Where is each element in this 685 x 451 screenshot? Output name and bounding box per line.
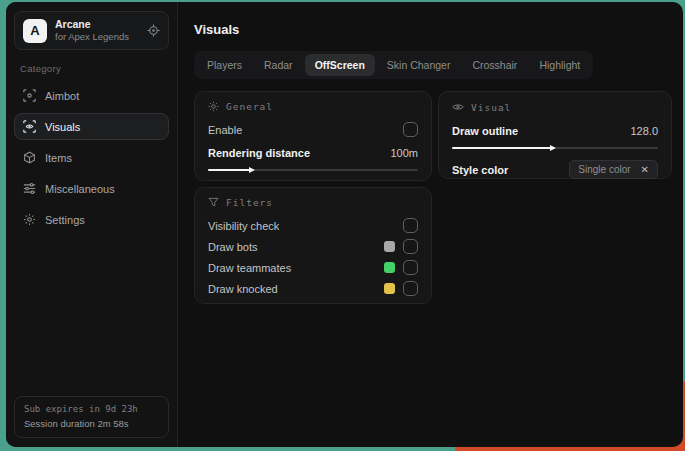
sidebar-item-label: Settings [45,214,85,226]
rendering-distance-slider[interactable] [208,165,418,175]
eye-icon [452,101,464,113]
sidebar-item-label: Aimbot [45,90,79,102]
tab-skin-changer[interactable]: Skin Changer [377,54,461,76]
visibility-check-checkbox[interactable] [403,218,418,233]
box-icon [23,151,36,164]
clear-icon[interactable]: ✕ [641,165,649,175]
app-logo: A [23,19,47,43]
draw-outline-slider[interactable] [452,143,658,153]
tab-crosshair[interactable]: Crosshair [462,54,527,76]
tab-bar: Players Radar OffScreen Skin Changer Cro… [194,51,593,79]
crosshair-icon[interactable] [147,24,160,37]
sliders-icon [23,182,36,195]
style-color-label: Style color [452,164,569,176]
style-color-value: Single color [578,164,630,175]
enable-row: Enable [208,119,418,140]
app-meta: Arcane for Apex Legends [55,18,139,43]
subscription-info-card: Sub expires in 9d 23h Session duration 2… [14,396,169,438]
app-window: A Arcane for Apex Legends Category [6,2,683,447]
app-name: Arcane [55,18,139,31]
filters-panel: Filters Visibility check Draw bots Draw … [194,187,432,304]
gear-icon [23,213,36,226]
draw-knocked-checkbox[interactable] [403,281,418,296]
filter-label: Draw knocked [208,283,384,295]
general-panel-header: General [208,101,418,112]
app-subtitle: for Apex Legends [55,31,139,43]
draw-outline-label: Draw outline [452,125,630,137]
filter-label: Visibility check [208,220,403,232]
rendering-distance-value: 100m [390,147,418,159]
category-label: Category [20,63,163,74]
draw-bots-color-swatch[interactable] [384,241,395,252]
slider-fill [208,169,250,171]
app-header-card: A Arcane for Apex Legends [14,11,169,50]
slider-fill [452,147,551,149]
tab-offscreen[interactable]: OffScreen [305,54,375,76]
rendering-distance-row: Rendering distance 100m [208,142,418,163]
filters-panel-title: Filters [226,197,273,208]
style-color-select[interactable]: Single color ✕ [569,160,658,179]
tab-radar[interactable]: Radar [254,54,303,76]
filter-label: Draw teammates [208,262,384,274]
visual-panel: Visual Draw outline 128.0 Style color Si… [438,91,672,179]
draw-knocked-color-swatch[interactable] [384,283,395,294]
sidebar: A Arcane for Apex Legends Category [6,2,178,447]
aimbot-icon [23,89,36,102]
enable-checkbox[interactable] [403,122,418,137]
page-title: Visuals [194,22,667,37]
sidebar-item-label: Visuals [45,121,80,133]
main-content: Visuals Players Radar OffScreen Skin Cha… [178,2,683,447]
sidebar-item-visuals[interactable]: Visuals [14,113,169,140]
draw-teammates-checkbox[interactable] [403,260,418,275]
sidebar-item-label: Miscellaneous [45,183,115,195]
visual-panel-header: Visual [452,101,658,113]
filters-panel-header: Filters [208,197,418,208]
filter-row-draw-teammates: Draw teammates [208,257,418,278]
eye-scan-icon [23,120,36,133]
filter-row-draw-knocked: Draw knocked [208,278,418,299]
draw-outline-value: 128.0 [630,125,658,137]
draw-teammates-color-swatch[interactable] [384,262,395,273]
sidebar-item-label: Items [45,152,72,164]
session-duration-text: Session duration 2m 58s [24,417,159,431]
sidebar-nav: Aimbot Visuals [14,82,169,233]
tab-players[interactable]: Players [197,54,252,76]
draw-bots-checkbox[interactable] [403,239,418,254]
sun-icon [208,101,219,112]
style-color-row: Style color Single color ✕ [452,159,658,180]
filter-label: Draw bots [208,241,384,253]
general-panel: General Enable Rendering distance 100m [194,91,432,181]
filter-row-visibility-check: Visibility check [208,215,418,236]
funnel-icon [208,197,219,208]
sidebar-item-miscellaneous[interactable]: Miscellaneous [14,175,169,202]
rendering-distance-label: Rendering distance [208,147,390,159]
enable-label: Enable [208,124,403,136]
tab-highlight[interactable]: Highlight [529,54,590,76]
sub-expires-text: Sub expires in 9d 23h [24,403,159,417]
filter-row-draw-bots: Draw bots [208,236,418,257]
sidebar-item-settings[interactable]: Settings [14,206,169,233]
sidebar-item-items[interactable]: Items [14,144,169,171]
draw-outline-row: Draw outline 128.0 [452,120,658,141]
general-panel-title: General [226,101,273,112]
visual-panel-title: Visual [471,102,511,113]
sidebar-item-aimbot[interactable]: Aimbot [14,82,169,109]
